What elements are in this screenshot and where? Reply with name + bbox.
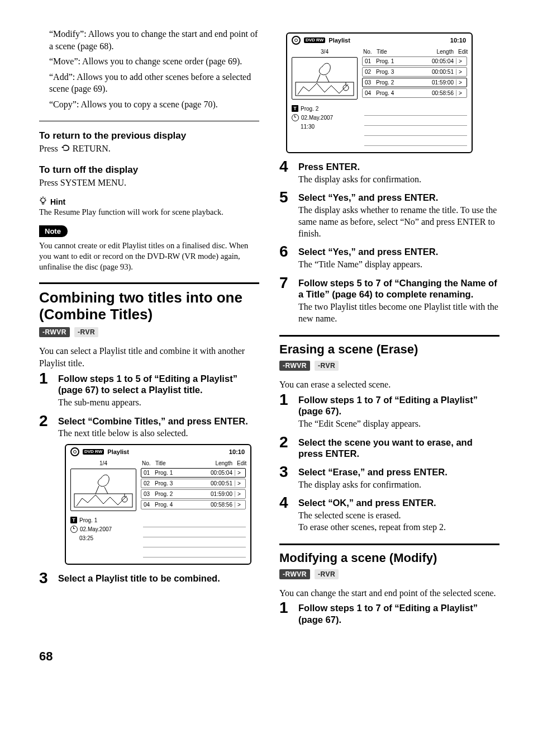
step-head: Select “OK,” and press ENTER. bbox=[298, 497, 499, 509]
hint-label: Hint bbox=[50, 197, 65, 206]
row-length: 00:00:51 bbox=[200, 480, 232, 486]
row-title: Prog. 3 bbox=[376, 69, 421, 75]
row-no: 01 bbox=[144, 470, 155, 476]
svg-line-6 bbox=[45, 198, 46, 199]
playlist-date: 02.May.2007 bbox=[301, 115, 333, 121]
row-title: Prog. 4 bbox=[376, 90, 421, 96]
row-edit-chevron-icon: > bbox=[456, 79, 464, 86]
step-body: The two Playlist titles become one Playl… bbox=[298, 301, 499, 325]
badge-rvr: -RVR bbox=[74, 327, 98, 337]
row-title: Prog. 3 bbox=[155, 480, 200, 486]
step-head: Select “Combine Titles,” and press ENTER… bbox=[58, 415, 259, 427]
step-head: Follow steps 5 to 7 of “Changing the Nam… bbox=[298, 277, 499, 300]
playlist-figure: DVD RW Playlist 10:10 1/4 bbox=[65, 444, 251, 565]
note-label: Note bbox=[39, 225, 68, 237]
step-body: The display asks for confirmation. bbox=[298, 479, 499, 491]
step-body: The “Edit Scene” display appears. bbox=[298, 418, 499, 430]
row-no: 03 bbox=[365, 79, 376, 86]
intro-line: “Add”: Allows you to add other scenes be… bbox=[49, 71, 259, 95]
row-length: 00:58:56 bbox=[200, 502, 232, 508]
dvdrw-badge: DVD RW bbox=[83, 449, 104, 455]
playlist-counter: 1/4 bbox=[70, 459, 136, 469]
step-body: The sub-menu appears. bbox=[58, 397, 259, 409]
section-rule bbox=[279, 544, 499, 545]
row-title: Prog. 1 bbox=[376, 58, 421, 64]
combine-intro: You can select a Playlist title and comb… bbox=[39, 345, 259, 369]
col-no: No. bbox=[363, 49, 374, 55]
row-edit-chevron-icon: > bbox=[456, 58, 464, 64]
disc-icon bbox=[292, 36, 301, 45]
playlist-thumbnail bbox=[70, 469, 136, 511]
badge-rwvr: -RWVR bbox=[279, 361, 310, 371]
return-post: RETURN. bbox=[73, 144, 111, 153]
disc-icon bbox=[70, 447, 79, 456]
playlist-row: 04Prog. 400:58:56> bbox=[141, 500, 246, 509]
row-no: 03 bbox=[144, 491, 155, 497]
badge-rwvr: -RWVR bbox=[39, 327, 70, 337]
step-body: The display asks for confirmation. bbox=[298, 174, 499, 186]
col-title: Title bbox=[155, 460, 198, 466]
hint-bulb-icon bbox=[39, 196, 47, 207]
playlist-thumbnail bbox=[292, 57, 358, 100]
row-length: 01:59:00 bbox=[421, 79, 454, 86]
row-edit-chevron-icon: > bbox=[235, 470, 243, 476]
row-title: Prog. 2 bbox=[155, 491, 200, 497]
playlist-row: 02Prog. 300:00:51> bbox=[141, 479, 246, 488]
step-head: Select “Erase,” and press ENTER. bbox=[298, 466, 499, 478]
svg-rect-7 bbox=[74, 494, 132, 507]
step-body: The display asks whether to rename the t… bbox=[298, 205, 499, 239]
playlist-time: 10:10 bbox=[450, 37, 466, 44]
row-no: 02 bbox=[365, 69, 376, 75]
off-body: Press SYSTEM MENU. bbox=[39, 177, 259, 189]
svg-line-5 bbox=[41, 198, 42, 199]
step-body: The “Title Name” display appears. bbox=[298, 259, 499, 271]
step-head: Press ENTER. bbox=[298, 161, 499, 173]
erase-intro: You can erase a selected scene. bbox=[279, 379, 499, 391]
return-arrow-icon bbox=[60, 143, 70, 155]
intro-line: “Move”: Allows you to change scene order… bbox=[49, 55, 259, 68]
row-no: 02 bbox=[144, 480, 155, 486]
col-length: Length bbox=[200, 460, 232, 466]
badge-rvr: -RVR bbox=[315, 569, 339, 579]
row-edit-chevron-icon: > bbox=[456, 69, 464, 75]
intro-line: “Copy”: Allows you to copy a scene (page… bbox=[49, 98, 259, 111]
row-length: 00:00:51 bbox=[421, 69, 454, 75]
row-no: 04 bbox=[144, 502, 155, 508]
t-icon: T bbox=[292, 105, 298, 112]
playlist-title: Playlist bbox=[329, 37, 350, 44]
return-pre: Press bbox=[39, 144, 60, 153]
row-length: 00:58:56 bbox=[421, 90, 454, 96]
playlist-row: 02Prog. 300:00:51> bbox=[362, 67, 467, 77]
step-head: Follow steps 1 to 7 of “Editing a Playli… bbox=[298, 602, 499, 625]
erase-title: Erasing a scene (Erase) bbox=[279, 342, 499, 356]
step-head: Select “Yes,” and press ENTER. bbox=[298, 246, 499, 258]
row-length: 00:05:04 bbox=[421, 58, 454, 64]
modify-intro: You can change the start and end point o… bbox=[279, 587, 499, 599]
playlist-duration: 11:30 bbox=[301, 124, 315, 130]
badge-rvr: -RVR bbox=[315, 361, 339, 371]
note-body: You cannot create or edit Playlist title… bbox=[39, 240, 259, 272]
playlist-title: Playlist bbox=[107, 448, 129, 455]
svg-rect-10 bbox=[296, 82, 354, 96]
clock-icon bbox=[70, 526, 78, 533]
col-edit: Edit bbox=[237, 460, 245, 466]
step-body: The next title below is also selected. bbox=[58, 428, 259, 440]
t-icon: T bbox=[70, 517, 77, 523]
dvdrw-badge: DVD RW bbox=[304, 37, 325, 43]
off-heading: To turn off the display bbox=[39, 164, 259, 176]
playlist-prog: Prog. 1 bbox=[79, 517, 97, 523]
playlist-row: 04Prog. 400:58:56> bbox=[362, 88, 467, 98]
svg-point-0 bbox=[41, 198, 45, 202]
playlist-time: 10:10 bbox=[229, 448, 245, 455]
hint-body: The Resume Play function will work for s… bbox=[39, 207, 259, 218]
step-head: Select a Playlist title to be combined. bbox=[58, 573, 259, 584]
step-head: Follow steps 1 to 7 of “Editing a Playli… bbox=[298, 394, 499, 417]
playlist-counter: 3/4 bbox=[292, 47, 358, 57]
playlist-date: 02.May.2007 bbox=[80, 526, 112, 532]
row-title: Prog. 2 bbox=[376, 79, 421, 86]
intro-line: “Modify”: Allows you to change the start… bbox=[49, 28, 259, 52]
playlist-duration: 03:25 bbox=[79, 535, 93, 541]
page-number: 68 bbox=[0, 649, 533, 681]
row-title: Prog. 1 bbox=[155, 470, 200, 476]
row-no: 01 bbox=[365, 58, 376, 64]
